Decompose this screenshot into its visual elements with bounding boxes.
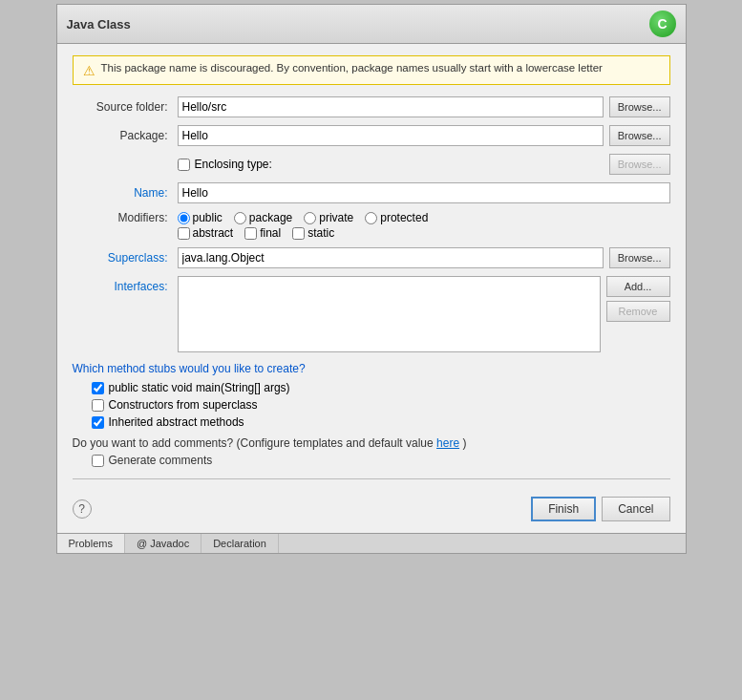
modifier-abstract-label: abstract — [193, 226, 234, 240]
stubs-question: Which method stubs would you like to cre… — [73, 362, 670, 375]
comments-section: Do you want to add comments? (Configure … — [73, 436, 670, 467]
stub-option2-row: Constructors from superclass — [92, 398, 670, 412]
generate-comments-label: Generate comments — [109, 454, 213, 467]
modifier-protected-option[interactable]: protected — [365, 211, 428, 224]
package-input[interactable] — [178, 125, 604, 146]
name-label: Name: — [73, 186, 178, 200]
tab-javadoc[interactable]: @ Javadoc — [125, 534, 201, 553]
modifier-abstract-option[interactable]: abstract — [178, 226, 234, 240]
superclass-row: Superclass: Browse... — [73, 247, 670, 268]
stub-option3-row: Inherited abstract methods — [92, 415, 670, 429]
footer: ? Finish Cancel — [73, 491, 670, 521]
stub-inherited-label: Inherited abstract methods — [109, 415, 244, 429]
enclosing-type-browse-button[interactable]: Browse... — [609, 154, 670, 175]
modifiers-label: Modifiers: — [73, 211, 178, 224]
modifiers-row: Modifiers: public package private — [73, 211, 670, 224]
source-folder-input[interactable] — [178, 96, 604, 117]
dialog-body: ⚠ This package name is discouraged. By c… — [56, 43, 687, 534]
dialog-title: Java Class — [67, 17, 131, 32]
comments-question: Do you want to add comments? (Configure … — [73, 436, 434, 450]
title-bar: Java Class C — [56, 4, 687, 43]
cancel-button[interactable]: Cancel — [602, 497, 669, 521]
tab-declaration[interactable]: Declaration — [201, 534, 279, 553]
footer-divider — [73, 478, 670, 479]
package-row: Package: Browse... — [73, 125, 670, 146]
interfaces-remove-button[interactable]: Remove — [606, 301, 670, 322]
source-folder-browse-button[interactable]: Browse... — [609, 96, 670, 117]
title-bar-left: Java Class — [67, 17, 131, 32]
warning-banner: ⚠ This package name is discouraged. By c… — [73, 55, 670, 85]
help-button[interactable]: ? — [73, 499, 92, 519]
package-label: Package: — [73, 129, 178, 142]
interfaces-row: Interfaces: Add... Remove — [73, 276, 670, 352]
modifier-public-label: public — [193, 211, 223, 224]
name-row: Name: — [73, 182, 670, 203]
modifier-static-label: static — [307, 226, 334, 240]
modifier-static-checkbox[interactable] — [292, 227, 305, 240]
source-folder-label: Source folder: — [73, 100, 178, 114]
superclass-label: Superclass: — [73, 251, 178, 265]
enclosing-type-checkbox[interactable] — [178, 159, 190, 171]
modifier-radio-group: public package private protected — [178, 211, 429, 224]
footer-buttons: Finish Cancel — [531, 497, 669, 521]
stub-constructors-checkbox[interactable] — [92, 399, 104, 412]
modifier-private-label: private — [319, 211, 353, 224]
finish-button[interactable]: Finish — [531, 497, 596, 521]
modifier-private-option[interactable]: private — [304, 211, 353, 224]
modifier-public-option[interactable]: public — [178, 211, 223, 224]
stub-constructors-label: Constructors from superclass — [109, 398, 258, 412]
modifier-protected-radio[interactable] — [365, 212, 377, 224]
tab-problems[interactable]: Problems — [57, 534, 125, 553]
modifier-final-checkbox[interactable] — [244, 227, 257, 240]
modifier-public-radio[interactable] — [178, 212, 190, 224]
stub-option1-row: public static void main(String[] args) — [92, 381, 670, 394]
modifier-private-radio[interactable] — [304, 212, 316, 224]
modifiers-second-row: abstract final static — [178, 226, 670, 240]
comments-question-line: Do you want to add comments? (Configure … — [73, 436, 670, 450]
package-browse-button[interactable]: Browse... — [609, 125, 670, 146]
modifier-static-option[interactable]: static — [292, 226, 334, 240]
stub-inherited-checkbox[interactable] — [92, 416, 104, 429]
modifier-protected-label: protected — [380, 211, 428, 224]
interfaces-buttons: Add... Remove — [606, 276, 670, 322]
modifier-package-label: package — [249, 211, 292, 224]
modifier-final-label: final — [260, 226, 281, 240]
interfaces-textarea[interactable] — [178, 276, 601, 352]
interfaces-add-button[interactable]: Add... — [606, 276, 670, 297]
comments-question-end: ) — [462, 436, 466, 450]
stub-main-label: public static void main(String[] args) — [109, 381, 290, 394]
comments-here-link[interactable]: here — [436, 436, 459, 450]
warning-text: This package name is discouraged. By con… — [101, 62, 603, 74]
modifier-package-option[interactable]: package — [234, 211, 292, 224]
superclass-input[interactable] — [178, 247, 604, 268]
generate-comments-row: Generate comments — [92, 454, 670, 467]
modifier-final-option[interactable]: final — [244, 226, 281, 240]
generate-comments-checkbox[interactable] — [92, 455, 104, 467]
source-folder-row: Source folder: Browse... — [73, 96, 670, 117]
stub-main-checkbox[interactable] — [92, 382, 104, 394]
enclosing-type-text: Enclosing type: — [195, 158, 604, 171]
name-input[interactable] — [178, 182, 670, 203]
modifier-abstract-checkbox[interactable] — [178, 227, 190, 240]
bottom-tabs: Problems @ Javadoc Declaration — [56, 534, 687, 554]
enclosing-type-row: Enclosing type: Browse... — [73, 154, 670, 175]
interfaces-label: Interfaces: — [73, 276, 178, 293]
superclass-browse-button[interactable]: Browse... — [609, 247, 670, 268]
modifier-package-radio[interactable] — [234, 212, 246, 224]
warning-icon: ⚠ — [83, 63, 95, 78]
eclipse-logo: C — [649, 11, 676, 37]
